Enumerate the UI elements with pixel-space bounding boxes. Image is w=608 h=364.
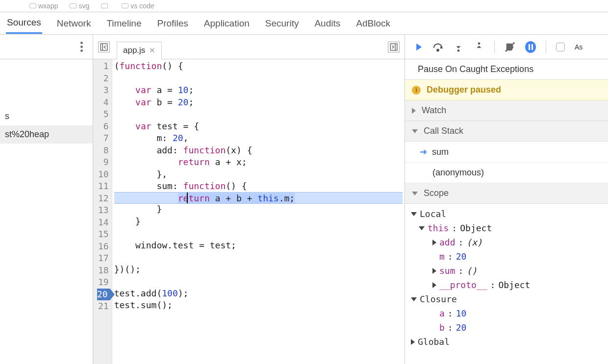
editor-file-name: app.js [123, 46, 145, 55]
tab-audits[interactable]: Audits [313, 14, 341, 33]
line-gutter[interactable]: 123456789101112131415161718192021 [93, 59, 112, 364]
chevron-down-icon [411, 297, 417, 301]
debug-toolbar: As [405, 35, 608, 59]
folder-vscode[interactable]: vs code [122, 2, 154, 10]
more-icon[interactable] [80, 42, 83, 52]
editor-file-tab[interactable]: app.js ✕ [117, 42, 162, 59]
step-into-icon[interactable] [453, 42, 464, 52]
debugger-paused-banner: i Debugger paused [405, 80, 608, 100]
chevron-right-icon [411, 339, 415, 345]
deactivate-breakpoints-icon[interactable] [505, 42, 515, 52]
scope-global[interactable]: Global [411, 335, 602, 349]
navigator-item[interactable]: st%20heap [0, 125, 93, 144]
toggle-drawer-icon[interactable] [388, 42, 400, 52]
pause-caught-label: Pause On Caught Exceptions [418, 64, 533, 74]
tab-security[interactable]: Security [264, 14, 300, 33]
scope-this[interactable]: this: Object [419, 221, 602, 235]
tab-application[interactable]: Application [203, 14, 251, 33]
scope-property[interactable]: sum: () [432, 264, 602, 278]
scope-property[interactable]: m: 20 [432, 249, 602, 264]
code-editor-panel: app.js ✕ 1234567891011121314151617181920… [93, 35, 405, 364]
tab-adblock[interactable]: AdBlock [355, 14, 391, 33]
tab-timeline[interactable]: Timeline [105, 14, 142, 33]
chevron-right-icon [432, 282, 436, 288]
chevron-right-icon [432, 268, 436, 274]
folder-wxapp[interactable]: wxapp [29, 2, 58, 10]
scope-property[interactable]: a: 10 [432, 306, 602, 320]
svg-point-2 [437, 49, 439, 51]
folder-svg[interactable]: svg [70, 2, 89, 10]
tab-network[interactable]: Network [56, 14, 92, 33]
pause-on-exceptions-icon[interactable] [525, 42, 536, 52]
history-back-icon[interactable] [98, 42, 110, 52]
code-lines[interactable]: (function() { var a = 10; var b = 20; va… [112, 59, 405, 364]
tab-sources[interactable]: Sources [6, 13, 42, 34]
chevron-down-icon [411, 212, 417, 216]
callstack-item[interactable]: (anonymous) [405, 163, 608, 183]
scope-tree[interactable]: Local this: Object add: (x)m: 20sum: ()_… [405, 204, 608, 354]
svg-point-4 [478, 42, 481, 45]
scope-property[interactable]: b: 20 [432, 320, 602, 335]
watch-pane-head[interactable]: Watch [405, 100, 608, 121]
navigator-item[interactable]: s [0, 107, 93, 125]
info-icon: i [412, 86, 421, 95]
chevron-down-icon [419, 226, 425, 230]
pause-caught-row[interactable]: Pause On Caught Exceptions [405, 59, 608, 80]
async-checkbox[interactable] [556, 43, 565, 51]
debugger-panel: As Pause On Caught Exceptions i Debugger… [405, 35, 608, 364]
chevron-down-icon [412, 192, 418, 195]
scope-pane-head[interactable]: Scope [405, 183, 608, 204]
bookmark-strip: wxapp svg vs code [0, 0, 608, 12]
scope-property[interactable]: add: (x) [432, 235, 602, 249]
scope-property[interactable]: __proto__: Object [432, 278, 602, 292]
tab-profiles[interactable]: Profiles [156, 14, 189, 33]
devtools-tabs: Sources Network Timeline Profiles Applic… [0, 12, 608, 35]
resume-icon[interactable] [412, 42, 423, 52]
step-out-icon[interactable] [474, 42, 484, 52]
scope-local[interactable]: Local [411, 207, 602, 221]
chevron-right-icon [412, 108, 416, 114]
chevron-down-icon [412, 129, 418, 133]
close-icon[interactable]: ✕ [149, 46, 155, 55]
step-over-icon[interactable] [432, 42, 443, 52]
callstack-pane-head[interactable]: Call Stack [405, 121, 608, 142]
navigator-panel: s st%20heap [0, 35, 93, 364]
chevron-right-icon [432, 240, 436, 245]
callstack-item[interactable]: ➔ sum [405, 142, 608, 163]
async-label: As [575, 43, 583, 51]
svg-point-3 [457, 49, 460, 52]
scope-closure[interactable]: Closure [411, 292, 602, 306]
folder-3[interactable] [101, 3, 110, 8]
code-area[interactable]: 123456789101112131415161718192021 (funct… [93, 59, 405, 364]
current-frame-icon: ➔ [420, 146, 427, 157]
